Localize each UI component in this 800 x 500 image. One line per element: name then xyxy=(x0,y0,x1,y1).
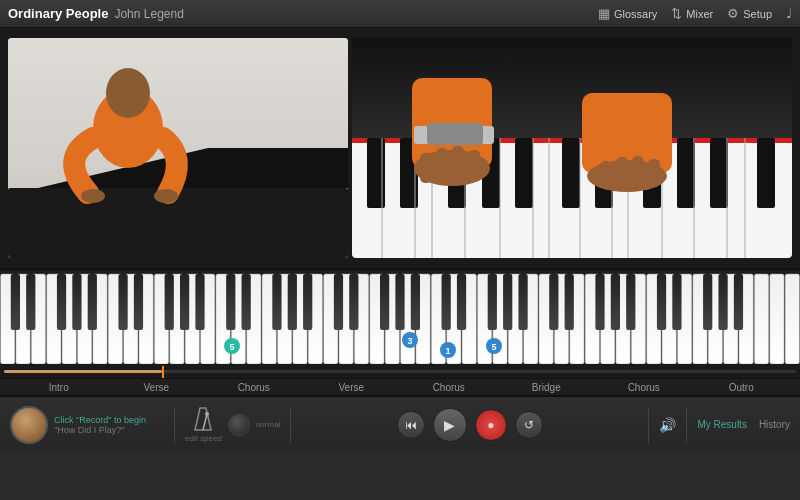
svg-line-145 xyxy=(203,414,207,430)
edit-speed-label: edit speed xyxy=(185,434,222,443)
click-hint-text: Click "Record" to begin xyxy=(54,415,164,425)
divider-1 xyxy=(174,407,175,443)
song-title: Ordinary People xyxy=(8,6,108,21)
history-button[interactable]: History xyxy=(759,419,790,430)
svg-rect-20 xyxy=(757,138,775,208)
svg-rect-110 xyxy=(195,274,204,330)
divider-3 xyxy=(648,407,649,443)
svg-rect-108 xyxy=(165,274,174,330)
section-strip: Intro Verse Chorus Verse Chorus Bridge C… xyxy=(0,378,800,396)
rewind-button[interactable]: ⏮ xyxy=(397,411,425,439)
progress-track[interactable] xyxy=(4,370,796,373)
section-verse-2: Verse xyxy=(303,382,401,393)
section-bridge: Bridge xyxy=(498,382,596,393)
svg-rect-98 xyxy=(754,274,768,364)
svg-rect-119 xyxy=(395,274,404,330)
svg-rect-123 xyxy=(488,274,497,330)
svg-rect-48 xyxy=(648,159,660,187)
svg-rect-116 xyxy=(334,274,343,330)
svg-rect-133 xyxy=(703,274,712,330)
metronome-control[interactable]: edit speed xyxy=(185,406,222,443)
svg-rect-115 xyxy=(303,274,312,330)
transport-controls: ⏮ ▶ ● ↺ xyxy=(301,408,638,442)
svg-rect-111 xyxy=(226,274,235,330)
svg-rect-15 xyxy=(562,138,580,208)
gear-icon: ⚙ xyxy=(727,6,739,21)
mixer-icon: ⇅ xyxy=(671,6,682,21)
svg-rect-103 xyxy=(57,274,66,330)
svg-rect-100 xyxy=(785,274,799,364)
svg-rect-14 xyxy=(515,138,533,208)
piano-svg: 5 3 1 5 xyxy=(0,272,800,366)
svg-rect-40 xyxy=(468,150,480,182)
my-results-button[interactable]: My Results xyxy=(697,419,746,430)
svg-rect-104 xyxy=(72,274,81,330)
svg-rect-37 xyxy=(420,153,432,183)
loop-button[interactable]: ↺ xyxy=(515,411,543,439)
svg-rect-117 xyxy=(349,274,358,330)
setup-button[interactable]: ⚙ Setup xyxy=(727,6,772,21)
glossary-button[interactable]: ▦ Glossary xyxy=(598,6,657,21)
svg-point-5 xyxy=(81,189,105,203)
svg-rect-45 xyxy=(600,161,612,189)
progress-needle xyxy=(162,366,164,378)
play-icon: ▶ xyxy=(444,417,455,433)
svg-point-6 xyxy=(154,189,178,203)
rewind-icon: ⏮ xyxy=(405,418,417,432)
artist-name: John Legend xyxy=(114,7,183,21)
svg-rect-47 xyxy=(632,156,644,189)
svg-rect-42 xyxy=(427,123,483,145)
svg-text:3: 3 xyxy=(407,336,412,346)
transport-hints: Click "Record" to begin "How Did I Play?… xyxy=(54,415,164,435)
music-button[interactable]: ♩ xyxy=(786,6,792,21)
svg-rect-129 xyxy=(611,274,620,330)
normal-label-wrap: normal xyxy=(256,420,280,429)
svg-rect-126 xyxy=(549,274,558,330)
svg-marker-144 xyxy=(195,408,211,430)
svg-rect-101 xyxy=(11,274,20,330)
svg-rect-131 xyxy=(657,274,666,330)
topbar: Ordinary People John Legend ▦ Glossary ⇅… xyxy=(0,0,800,28)
svg-text:5: 5 xyxy=(229,342,234,352)
transport-bar: Click "Record" to begin "How Did I Play?… xyxy=(0,396,800,452)
normal-label: normal xyxy=(256,420,280,429)
svg-rect-128 xyxy=(595,274,604,330)
video-area xyxy=(0,28,800,268)
svg-rect-112 xyxy=(242,274,251,330)
section-intro: Intro xyxy=(10,382,108,393)
svg-rect-109 xyxy=(180,274,189,330)
progress-strip xyxy=(0,364,800,378)
svg-text:5: 5 xyxy=(491,342,496,352)
svg-rect-134 xyxy=(718,274,727,330)
svg-text:1: 1 xyxy=(445,346,450,356)
progress-fill xyxy=(4,370,162,373)
svg-point-146 xyxy=(205,412,209,416)
mixer-button[interactable]: ⇅ Mixer xyxy=(671,6,713,21)
glossary-icon: ▦ xyxy=(598,6,610,21)
record-icon: ● xyxy=(487,418,494,432)
volume-knob[interactable] xyxy=(228,414,250,436)
svg-rect-38 xyxy=(436,148,448,183)
svg-point-4 xyxy=(106,68,150,118)
loop-icon: ↺ xyxy=(524,418,534,432)
svg-rect-127 xyxy=(565,274,574,330)
svg-rect-39 xyxy=(452,146,464,183)
svg-rect-18 xyxy=(677,138,695,208)
divider-4 xyxy=(686,407,687,443)
svg-rect-132 xyxy=(672,274,681,330)
svg-rect-124 xyxy=(503,274,512,330)
svg-rect-130 xyxy=(626,274,635,330)
svg-rect-121 xyxy=(442,274,451,330)
transport-right: 🔊 My Results History xyxy=(659,407,790,443)
svg-rect-118 xyxy=(380,274,389,330)
avatar xyxy=(10,406,48,444)
svg-rect-120 xyxy=(411,274,420,330)
play-button[interactable]: ▶ xyxy=(433,408,467,442)
svg-rect-19 xyxy=(710,138,728,208)
section-outro: Outro xyxy=(693,382,791,393)
record-button[interactable]: ● xyxy=(475,409,507,441)
svg-rect-106 xyxy=(118,274,127,330)
section-verse-1: Verse xyxy=(108,382,206,393)
keyboard-area: 5 3 1 5 xyxy=(0,268,800,378)
section-chorus-3: Chorus xyxy=(595,382,693,393)
